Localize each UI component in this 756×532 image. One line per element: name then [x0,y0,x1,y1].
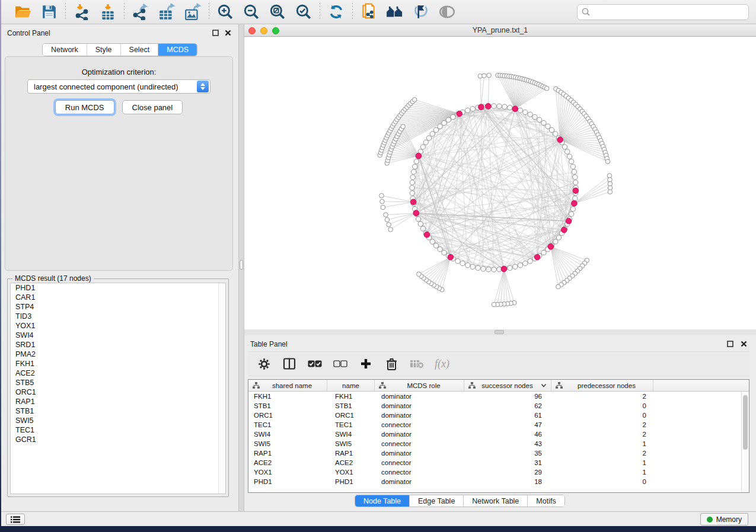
network-node[interactable] [410,175,415,180]
network-node[interactable] [460,261,465,265]
column-header-predecessor-nodes[interactable]: predecessor nodes [551,380,653,391]
vertical-splitter[interactable] [238,24,244,511]
tab-node-table[interactable]: Node Table [355,495,410,507]
zoom-selected-button[interactable] [294,2,313,21]
network-node[interactable] [553,132,558,136]
mcds-hub-node[interactable] [501,266,507,272]
settings-button[interactable] [256,356,272,371]
network-node[interactable] [570,164,575,169]
network-node[interactable] [433,127,438,132]
network-node[interactable] [573,175,578,180]
export-network-button[interactable] [131,2,150,21]
zoom-in-button[interactable] [216,2,235,21]
hide-selected-button[interactable] [412,2,430,21]
network-node[interactable] [492,104,496,108]
horizontal-splitter[interactable] [244,329,756,335]
network-node[interactable] [481,267,486,271]
show-panels-button[interactable] [6,514,25,525]
table-row[interactable]: SWI5SWI5connector431 [248,439,749,448]
leaf-node[interactable] [608,190,613,194]
splitter-grip[interactable] [495,330,504,334]
mcds-result-item[interactable]: PHD1 [11,283,225,293]
network-node[interactable] [569,211,573,216]
network-node[interactable] [423,140,428,145]
mcds-hub-node[interactable] [557,137,563,143]
network-node[interactable] [410,191,414,196]
network-node[interactable] [567,154,572,159]
table-row[interactable]: SWI4SWI4dominator462 [248,430,749,439]
export-table-button[interactable] [157,2,176,21]
network-node[interactable] [446,117,451,122]
network-node[interactable] [549,127,554,132]
mcds-hub-node[interactable] [479,104,484,110]
memory-button[interactable]: Memory [700,513,748,525]
mcds-hub-node[interactable] [566,218,572,224]
leaf-node[interactable] [544,86,549,91]
network-node[interactable] [492,267,496,272]
leaf-node[interactable] [492,302,496,307]
tab-network[interactable]: Network [43,44,87,56]
leaf-node[interactable] [384,213,388,217]
mcds-hub-node[interactable] [534,254,540,260]
network-node[interactable] [553,239,558,244]
mcds-result-item[interactable]: TEC1 [11,425,225,435]
run-mcds-button[interactable]: Run MCDS [55,100,114,114]
leaf-node[interactable] [412,98,417,102]
column-header-shared-name[interactable]: shared name [248,380,327,391]
table-row[interactable]: PHD1PHD1dominator180 [248,477,749,486]
column-header-name[interactable]: name [327,380,375,391]
network-node[interactable] [556,235,561,240]
import-network-button[interactable] [72,2,91,21]
mcds-result-item[interactable]: PMA2 [11,350,225,359]
import-table-button[interactable] [98,2,117,21]
close-table-panel-button[interactable] [739,340,748,348]
export-image-button[interactable] [183,2,202,21]
search-input[interactable] [577,4,749,20]
tab-style[interactable]: Style [87,44,121,56]
network-node[interactable] [497,104,502,108]
network-node[interactable] [442,250,446,255]
leaf-node[interactable] [381,205,385,210]
network-node[interactable] [438,124,442,129]
column-header-MCDS-role[interactable]: MCDS role [375,380,464,391]
leaf-node[interactable] [379,193,384,198]
table-row[interactable]: ORC1ORC1dominator610 [248,411,749,420]
network-node[interactable] [541,250,546,255]
first-neighbors-button[interactable] [385,2,404,21]
network-node[interactable] [413,164,417,169]
tab-network-table[interactable]: Network Table [464,495,528,507]
mcds-result-item[interactable]: ORC1 [11,387,225,397]
table-row[interactable]: FKH1FKH1dominator962 [248,392,749,401]
tab-select[interactable]: Select [121,44,159,56]
network-node[interactable] [416,217,420,222]
mcds-result-item[interactable]: YOX1 [11,321,225,331]
network-node[interactable] [455,259,460,264]
mcds-result-item[interactable]: CAR1 [11,293,225,302]
mcds-hub-node[interactable] [457,111,462,117]
network-node[interactable] [502,104,507,109]
leaf-node[interactable] [385,217,390,222]
network-node[interactable] [523,110,528,114]
leaf-node[interactable] [556,284,561,289]
mcds-hub-node[interactable] [413,210,419,216]
network-node[interactable] [541,120,546,125]
network-node[interactable] [569,159,573,164]
leaf-node[interactable] [417,272,422,277]
mcds-result-item[interactable]: GCR1 [11,435,225,444]
network-node[interactable] [518,108,522,113]
close-panel-button[interactable] [224,29,232,37]
network-node[interactable] [438,247,442,252]
mcds-result-item[interactable]: SWI5 [11,416,225,425]
network-node[interactable] [532,114,537,119]
zoom-out-button[interactable] [242,2,261,21]
save-session-button[interactable] [40,2,59,21]
mcds-result-item[interactable]: SWI4 [11,331,225,340]
mcds-hub-node[interactable] [573,188,579,194]
mcds-hub-node[interactable] [410,199,416,205]
mcds-hub-node[interactable] [486,104,492,110]
network-node[interactable] [528,112,532,117]
network-node[interactable] [508,265,512,270]
network-node[interactable] [418,222,423,226]
network-canvas[interactable] [244,37,756,329]
column-header-successor-nodes[interactable]: successor nodes [464,380,551,391]
